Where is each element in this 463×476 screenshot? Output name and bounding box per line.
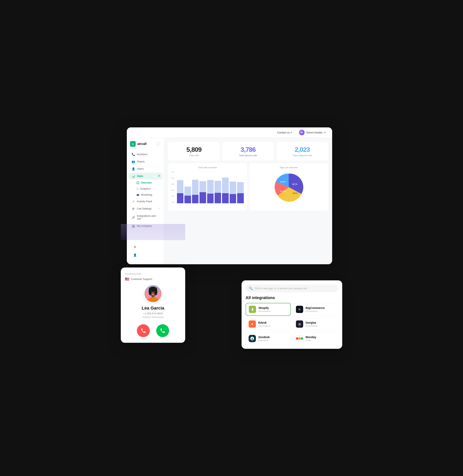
integrations-icon: 🔗 [132,216,135,219]
monday-name: Monday [306,335,316,339]
bar-top-4 [199,181,206,192]
bar-bottom-6 [214,193,221,203]
bar-group-3 [192,180,198,203]
sidebar-avatar-bottom[interactable]: 👤 [130,252,161,258]
bar-bottom-3 [192,195,198,203]
sidebar-monitoring-label: Monitoring [141,194,152,196]
integrations-title: All integrations [246,295,338,300]
sidebar-item-activity-feed[interactable]: ⚡ Activity Feed [128,198,162,205]
sidebar-settings-bottom[interactable]: ⚙ [130,244,161,250]
scene: Contact us SK Simon Kestler a aircall [121,127,342,349]
zendesk-category: Help Desk [258,339,270,342]
integrations-search-bar[interactable]: 🔍 Find a new app, or a service you alrea… [246,284,338,292]
accept-icon [160,328,165,334]
integration-zendesk[interactable]: Zendesk Help Desk [246,332,291,345]
integration-edesk[interactable]: e Edesk eCommerce [246,318,291,330]
sidebar-item-overview[interactable]: Overview [128,180,162,185]
activity-feed-icon: ⚡ [132,200,135,203]
bar-bottom-2 [184,196,191,203]
contact-us-button[interactable]: Contact us [275,130,294,135]
accept-call-button[interactable] [156,324,169,337]
stats-icon: 📊 [132,175,135,178]
y-label-400: 400 [171,189,174,191]
bar-top-6 [214,181,221,193]
avatar-bottom-icon: 👤 [133,253,136,257]
decline-icon [141,328,146,334]
bar-group-5 [207,180,214,203]
svg-point-13 [298,337,301,340]
my-company-icon: 🏢 [132,224,135,228]
zendesk-logo-icon [249,335,256,342]
sidebar-users-label: Users [137,167,144,170]
sidebar-item-numbers[interactable]: 📞 Numbers [128,151,162,158]
sidebar-stats-label: Stats [137,175,143,177]
user-menu-button[interactable]: SK Simon Kestler [297,129,327,136]
sidebar-item-integrations[interactable]: 🔗 Integrations and API [128,212,162,222]
sidebar-item-monitoring[interactable]: 📺 Monitoring [128,192,162,198]
sidebar-back-button[interactable] [156,142,161,146]
monitoring-icon: 📺 [136,194,139,196]
gorgias-info: Gorgias eCommerce [306,321,318,327]
zendesk-name: Zendesk [258,335,270,339]
gorgias-logo-icon: ▣ [296,320,303,328]
main-dashboard-card: Contact us SK Simon Kestler a aircall [127,127,332,264]
stats-expand-icon [157,175,160,177]
integration-monday[interactable]: Monday CRM [293,332,338,345]
integrations-grid: Shopify eCommerce B BigCommerce eCommerc… [246,303,338,345]
integration-shopify[interactable]: Shopify eCommerce [246,303,291,316]
integration-gorgias[interactable]: ▣ Gorgias eCommerce [293,318,338,330]
incoming-call-card: Incoming Call... 🇺🇸 Customer Support [121,267,185,343]
edesk-logo-icon: e [249,320,256,328]
svg-point-12 [296,337,298,340]
bigcommerce-logo-icon: B [296,306,303,313]
sidebar-item-analytics[interactable]: ⬡ Analytics+ [128,186,162,192]
contact-us-label: Contact us [277,131,290,134]
analytics-inner: ⬡ Analytics+ [136,187,159,190]
users-icon: 👤 [132,167,135,170]
pie-label-yellow: 30.5% [293,192,298,194]
gorgias-category: eCommerce [306,325,318,327]
svg-point-8 [151,291,152,292]
call-settings-chevron-icon [158,208,160,209]
bar-group-2 [184,186,191,203]
bar-group-8 [230,182,236,203]
sidebar-numbers-label: Numbers [137,153,148,156]
total-calls-card: 5,809 Total calls [168,142,220,161]
y-label-300: 300 [171,195,174,197]
caller-photo-svg [144,285,161,303]
svg-point-9 [154,291,155,292]
total-calls-label: Total calls [189,154,199,157]
card-body: a aircall 📞 Numbers 👥 Teams [127,138,332,264]
monitoring-inner: 📺 Monitoring [136,194,159,196]
bar-bottom-7 [222,193,229,203]
sidebar-item-teams[interactable]: 👥 Teams [128,158,162,165]
topbar-actions: Contact us SK Simon Kestler [275,129,327,136]
call-settings-icon: ⚙ [132,207,135,210]
bar-group-4 [199,181,206,203]
sidebar-mycompany-label: My company [137,224,152,228]
phone-icon: 📞 [132,153,135,156]
pie-label-red: 13.7% [280,190,285,192]
total-inbound-number: 3,786 [240,146,256,153]
pie-label-purple: 45.7% [292,183,298,185]
user-name-label: Simon Kestler [306,131,322,134]
integrations-card: 🔍 Find a new app, or a service you alrea… [241,280,342,349]
pie-chart-svg: 45.7% 30.5% 13.7% 10.1% [274,172,304,202]
integration-bigcommerce[interactable]: B BigCommerce eCommerce [293,303,338,316]
sidebar-analytics-label: Analytics+ [140,187,151,190]
caller-photo [144,285,161,302]
sidebar-item-users[interactable]: 👤 Users [128,166,162,172]
sidebar-item-call-settings[interactable]: ⚙ Call Settings [128,205,162,212]
topbar: Contact us SK Simon Kestler [127,127,332,138]
search-placeholder-text: Find a new app, or a service you already… [255,287,307,290]
sidebar-logo-area: a aircall [127,141,164,150]
sidebar-integrations-label: Integrations and API [137,214,159,220]
sidebar-bottom-actions: ⚙ 👤 [127,241,164,261]
flag-icon: 🇺🇸 [125,277,129,281]
sidebar-item-stats[interactable]: 📊 Stats [128,173,162,179]
bigcommerce-info: BigCommerce eCommerce [306,306,325,312]
total-inbound-label: Total inbound calls [239,154,257,157]
sidebar-item-my-company[interactable]: 🏢 My company [128,223,162,229]
sidebar-teams-label: Teams [137,160,144,163]
decline-call-button[interactable] [137,324,150,337]
